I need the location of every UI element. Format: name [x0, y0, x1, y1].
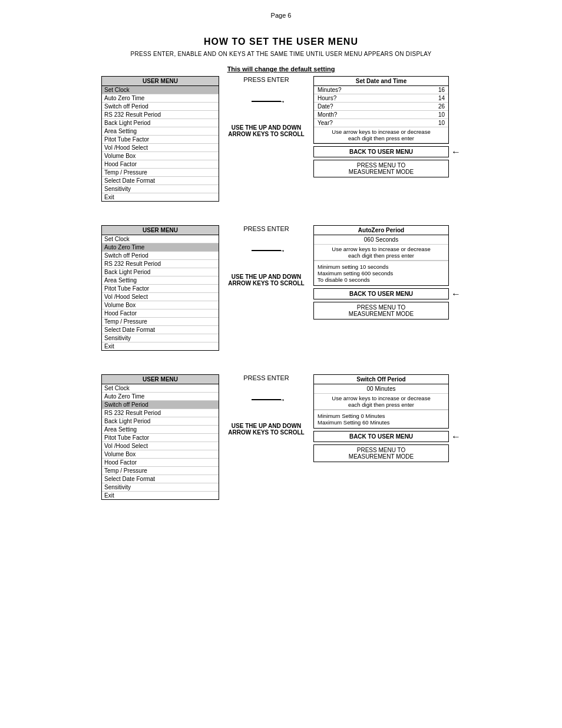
- menu-item-backlight-2: Back Light Period: [102, 268, 219, 276]
- user-menu-header-2: USER MENU: [102, 226, 219, 235]
- menu-item-area-2: Area Setting: [102, 276, 219, 285]
- section-3-diagram: USER MENU Set Clock Auto Zero Time Switc…: [35, 374, 527, 500]
- menu-item-auto-zero-1: Auto Zero Time: [102, 94, 219, 103]
- back-btn-row-3: BACK TO USER MENU ←: [313, 431, 461, 442]
- detail-header-3: Switch Off Period: [314, 375, 448, 384]
- section-1-diagram: USER MENU Set Clock Auto Zero Time Switc…: [35, 76, 527, 202]
- value-minutes: 16: [438, 87, 445, 93]
- user-menu-header-3: USER MENU: [102, 375, 219, 384]
- label-month: Month?: [318, 111, 337, 118]
- measurement-line1-3: PRESS MENU TO: [318, 447, 445, 453]
- detail-row-year: Year? 10: [314, 119, 448, 127]
- menu-item-date-1: Select Date Format: [102, 177, 219, 185]
- measurement-btn-3: PRESS MENU TO MEASUREMENT MODE: [313, 444, 449, 462]
- measurement-line2-3: MEASUREMENT MODE: [318, 453, 445, 460]
- menu-item-switch-off-1: Switch off Period: [102, 103, 219, 111]
- autozero-note1: Use arrow keys to increase or decreaseea…: [314, 245, 448, 261]
- col-middle-3: PRESS ENTER → USE THE UP AND DOWN ARROW …: [219, 374, 313, 436]
- menu-item-autozero-3: Auto Zero Time: [102, 393, 219, 401]
- label-hours: Hours?: [318, 95, 336, 101]
- value-hours: 14: [438, 95, 445, 101]
- detail-row-hours: Hours? 14: [314, 94, 448, 103]
- main-title: HOW TO SET THE USER MENU: [35, 37, 527, 47]
- value-date: 26: [438, 103, 445, 110]
- arrow-right-1: →: [252, 101, 281, 102]
- col-right-2: AutoZero Period 060 Seconds Use arrow ke…: [313, 225, 461, 319]
- menu-item-exit-3: Exit: [102, 492, 219, 499]
- menu-item-volbox-3: Volume Box: [102, 450, 219, 459]
- measurement-line2-1: MEASUREMENT MODE: [318, 169, 445, 175]
- value-month: 10: [438, 111, 445, 118]
- menu-item-volbox-2: Volume Box: [102, 301, 219, 309]
- menu-item-volbox-1: Volume Box: [102, 152, 219, 160]
- detail-box-2: AutoZero Period 060 Seconds Use arrow ke…: [313, 225, 449, 286]
- menu-item-temp-1: Temp / Pressure: [102, 169, 219, 177]
- back-btn-2: BACK TO USER MENU: [313, 288, 449, 299]
- menu-item-vol-2: Vol /Hood Select: [102, 293, 219, 301]
- menu-item-area-3: Area Setting: [102, 426, 219, 434]
- menu-item-date-2: Select Date Format: [102, 326, 219, 334]
- section-2-diagram: USER MENU Set Clock Auto Zero Time Switc…: [35, 225, 527, 351]
- label-date: Date?: [318, 103, 333, 110]
- back-btn-3: BACK TO USER MENU: [313, 431, 449, 442]
- user-menu-1: USER MENU Set Clock Auto Zero Time Switc…: [101, 76, 219, 202]
- menu-item-rs232-3: RS 232 Result Period: [102, 409, 219, 417]
- menu-item-pitot-3: Pitot Tube Factor: [102, 434, 219, 442]
- back-arrow-1: ←: [451, 147, 461, 157]
- section-1: USER MENU Set Clock Auto Zero Time Switc…: [35, 76, 527, 202]
- press-enter-3: PRESS ENTER: [243, 374, 289, 381]
- section-3: USER MENU Set Clock Auto Zero Time Switc…: [35, 374, 527, 500]
- col-right-3: Switch Off Period 00 Minutes Use arrow k…: [313, 374, 461, 462]
- page-number: Page 6: [35, 12, 527, 19]
- detail-row-date: Date? 26: [314, 103, 448, 111]
- menu-item-setclock-2: Set Clock: [102, 235, 219, 243]
- menu-item-area-1: Area Setting: [102, 127, 219, 136]
- menu-item-backlight-3: Back Light Period: [102, 417, 219, 426]
- menu-item-sensitivity-3: Sensitivity: [102, 483, 219, 492]
- back-arrow-3: ←: [451, 431, 461, 442]
- menu-item-sensitivity-1: Sensitivity: [102, 185, 219, 193]
- menu-item-sensitivity-2: Sensitivity: [102, 334, 219, 342]
- use-arrows-3: USE THE UP AND DOWN ARROW KEYS TO SCROLL: [228, 423, 304, 436]
- col-middle-2: PRESS ENTER → USE THE UP AND DOWN ARROW …: [219, 225, 313, 286]
- user-menu-box-2: USER MENU Set Clock Auto Zero Time Switc…: [101, 225, 219, 351]
- use-arrows-1: USE THE UP AND DOWN ARROW KEYS TO SCROLL: [228, 124, 304, 137]
- menu-item-setclock-3: Set Clock: [102, 384, 219, 393]
- menu-item-exit-2: Exit: [102, 342, 219, 350]
- menu-item-vol-3: Vol /Hood Select: [102, 442, 219, 450]
- arrow-right-2: →: [252, 250, 281, 251]
- use-arrows-2: USE THE UP AND DOWN ARROW KEYS TO SCROLL: [228, 274, 304, 286]
- col-right-1: Set Date and Time Minutes? 16 Hours? 14 …: [313, 76, 461, 177]
- menu-item-exit-1: Exit: [102, 193, 219, 201]
- back-arrow-2: ←: [451, 289, 461, 299]
- detail-box-3: Switch Off Period 00 Minutes Use arrow k…: [313, 374, 449, 429]
- menu-item-temp-3: Temp / Pressure: [102, 467, 219, 475]
- label-year: Year?: [318, 120, 333, 126]
- section-2: USER MENU Set Clock Auto Zero Time Switc…: [35, 225, 527, 351]
- menu-item-set-clock: Set Clock: [102, 86, 219, 94]
- press-enter-2: PRESS ENTER: [243, 225, 289, 232]
- col-middle-1: PRESS ENTER → USE THE UP AND DOWN ARROW …: [219, 76, 313, 137]
- menu-item-date-3: Select Date Format: [102, 475, 219, 483]
- back-btn-1: BACK TO USER MENU: [313, 146, 449, 157]
- switchoff-note2: Minimum Setting 0 Minutes Maximum Settin…: [314, 410, 448, 428]
- menu-item-switchoff-3: Switch off Period: [102, 401, 219, 409]
- arrow-right-3: →: [252, 399, 281, 400]
- measurement-line1-1: PRESS MENU TO: [318, 162, 445, 169]
- menu-item-hood-2: Hood Factor: [102, 309, 219, 318]
- measurement-btn-1: PRESS MENU TO MEASUREMENT MODE: [313, 160, 449, 177]
- menu-item-backlight-1: Back Light Period: [102, 119, 219, 127]
- user-menu-2: USER MENU Set Clock Auto Zero Time Switc…: [101, 225, 219, 351]
- detail-header-1: Set Date and Time: [314, 77, 448, 86]
- detail-row-minutes: Minutes? 16: [314, 86, 448, 94]
- switchoff-note1: Use arrow keys to increase or decreaseea…: [314, 394, 448, 410]
- page: Page 6 HOW TO SET THE USER MENU PRESS EN…: [0, 0, 562, 535]
- menu-item-rs232-1: RS 232 Result Period: [102, 111, 219, 119]
- user-menu-box-3: USER MENU Set Clock Auto Zero Time Switc…: [101, 374, 219, 500]
- switchoff-value: 00 Minutes: [314, 384, 448, 394]
- change-note: This will change the default setting: [35, 65, 527, 73]
- detail-note-1: Use arrow keys to increase or decreaseea…: [314, 127, 448, 143]
- measurement-btn-2: PRESS MENU TO MEASUREMENT MODE: [313, 302, 449, 319]
- menu-item-pitot-2: Pitot Tube Factor: [102, 285, 219, 293]
- detail-box-1: Set Date and Time Minutes? 16 Hours? 14 …: [313, 76, 449, 144]
